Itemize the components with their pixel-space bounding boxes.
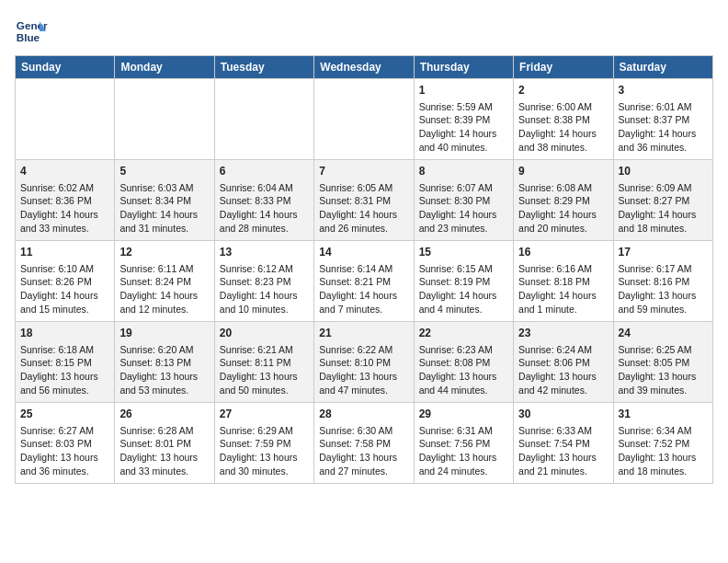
cell-info-line: Sunrise: 6:22 AM bbox=[319, 343, 408, 357]
cell-info-line: Sunrise: 6:08 AM bbox=[518, 181, 608, 195]
cell-info-line: Sunrise: 6:27 AM bbox=[20, 424, 109, 438]
calendar-cell: 31Sunrise: 6:34 AMSunset: 7:52 PMDayligh… bbox=[613, 403, 712, 484]
cell-info-line: Sunset: 8:18 PM bbox=[518, 275, 608, 289]
calendar-cell bbox=[16, 79, 115, 160]
calendar-cell: 14Sunrise: 6:14 AMSunset: 8:21 PMDayligh… bbox=[314, 241, 414, 322]
day-number: 27 bbox=[220, 407, 309, 422]
cell-info-line: Sunrise: 6:30 AM bbox=[319, 424, 408, 438]
cell-info-line: Sunset: 8:08 PM bbox=[419, 356, 508, 370]
cell-info-line: and 18 minutes. bbox=[619, 465, 708, 478]
cell-info-line: and 59 minutes. bbox=[619, 303, 708, 316]
cell-info-line: Daylight: 13 hours bbox=[319, 451, 408, 465]
calendar-cell: 27Sunrise: 6:29 AMSunset: 7:59 PMDayligh… bbox=[214, 403, 313, 484]
cell-info-line: Sunset: 8:37 PM bbox=[619, 113, 708, 127]
calendar-cell: 6Sunrise: 6:04 AMSunset: 8:33 PMDaylight… bbox=[214, 160, 313, 241]
logo: General Blue bbox=[15, 15, 51, 48]
cell-info-line: Sunset: 7:58 PM bbox=[319, 437, 408, 451]
cell-info-line: Sunrise: 6:29 AM bbox=[220, 424, 309, 438]
week-row-3: 11Sunrise: 6:10 AMSunset: 8:26 PMDayligh… bbox=[16, 241, 713, 322]
cell-info-line: Sunrise: 6:17 AM bbox=[619, 262, 708, 276]
cell-info-line: Sunrise: 6:12 AM bbox=[220, 262, 309, 276]
cell-info-line: Sunrise: 6:28 AM bbox=[119, 424, 209, 438]
week-row-1: 1Sunrise: 5:59 AMSunset: 8:39 PMDaylight… bbox=[16, 79, 713, 160]
calendar-cell: 18Sunrise: 6:18 AMSunset: 8:15 PMDayligh… bbox=[16, 322, 115, 403]
cell-info-line: Daylight: 13 hours bbox=[119, 370, 209, 384]
cell-info-line: Daylight: 13 hours bbox=[119, 451, 209, 465]
cell-info-line: Sunrise: 6:21 AM bbox=[220, 343, 309, 357]
cell-info-line: Sunset: 8:01 PM bbox=[119, 437, 209, 451]
cell-info-line: Daylight: 13 hours bbox=[518, 451, 608, 465]
cell-info-line: Sunset: 7:54 PM bbox=[518, 437, 608, 451]
cell-info-line: Daylight: 13 hours bbox=[319, 370, 408, 384]
day-number: 12 bbox=[119, 245, 209, 260]
cell-info-line: Sunset: 8:29 PM bbox=[518, 194, 608, 208]
cell-info-line: Sunset: 8:36 PM bbox=[20, 194, 109, 208]
cell-info-line: Sunrise: 6:11 AM bbox=[119, 262, 209, 276]
day-header-sunday: Sunday bbox=[16, 56, 115, 79]
cell-info-line: and 36 minutes. bbox=[619, 141, 708, 155]
day-number: 31 bbox=[619, 407, 708, 422]
day-number: 9 bbox=[518, 164, 608, 179]
cell-info-line: Sunset: 8:19 PM bbox=[419, 275, 508, 289]
day-number: 4 bbox=[20, 164, 109, 179]
cell-info-line: and 47 minutes. bbox=[319, 384, 408, 397]
day-number: 16 bbox=[518, 245, 608, 260]
day-number: 11 bbox=[20, 245, 109, 260]
cell-info-line: Daylight: 13 hours bbox=[619, 451, 708, 465]
cell-info-line: and 39 minutes. bbox=[619, 384, 708, 397]
cell-info-line: Daylight: 14 hours bbox=[20, 208, 109, 222]
day-number: 30 bbox=[518, 407, 608, 422]
day-header-wednesday: Wednesday bbox=[314, 56, 414, 79]
day-number: 18 bbox=[20, 326, 109, 341]
calendar-cell: 1Sunrise: 5:59 AMSunset: 8:39 PMDaylight… bbox=[414, 79, 513, 160]
calendar-cell: 16Sunrise: 6:16 AMSunset: 8:18 PMDayligh… bbox=[514, 241, 613, 322]
calendar-cell: 8Sunrise: 6:07 AMSunset: 8:30 PMDaylight… bbox=[414, 160, 513, 241]
cell-info-line: Daylight: 14 hours bbox=[518, 208, 608, 222]
day-header-tuesday: Tuesday bbox=[214, 56, 313, 79]
calendar-cell: 21Sunrise: 6:22 AMSunset: 8:10 PMDayligh… bbox=[314, 322, 414, 403]
cell-info-line: and 30 minutes. bbox=[220, 465, 309, 478]
cell-info-line: Sunrise: 6:34 AM bbox=[619, 424, 708, 438]
cell-info-line: and 27 minutes. bbox=[319, 465, 408, 478]
cell-info-line: and 15 minutes. bbox=[20, 303, 109, 316]
day-number: 8 bbox=[419, 164, 508, 179]
cell-info-line: and 21 minutes. bbox=[518, 465, 608, 478]
day-number: 26 bbox=[119, 407, 209, 422]
cell-info-line: Daylight: 13 hours bbox=[220, 370, 309, 384]
cell-info-line: Daylight: 13 hours bbox=[419, 370, 508, 384]
cell-info-line: Sunset: 7:52 PM bbox=[619, 437, 708, 451]
calendar-cell: 3Sunrise: 6:01 AMSunset: 8:37 PMDaylight… bbox=[613, 79, 712, 160]
cell-info-line: Sunset: 8:31 PM bbox=[319, 194, 408, 208]
cell-info-line: and 18 minutes. bbox=[619, 222, 708, 236]
cell-info-line: Daylight: 14 hours bbox=[619, 127, 708, 141]
cell-info-line: Sunset: 7:56 PM bbox=[419, 437, 508, 451]
cell-info-line: Sunset: 8:33 PM bbox=[220, 194, 309, 208]
cell-info-line: Daylight: 14 hours bbox=[20, 289, 109, 303]
cell-info-line: Sunrise: 6:18 AM bbox=[20, 343, 109, 357]
day-number: 28 bbox=[319, 407, 408, 422]
cell-info-line: Sunset: 8:03 PM bbox=[20, 437, 109, 451]
calendar-cell: 26Sunrise: 6:28 AMSunset: 8:01 PMDayligh… bbox=[115, 403, 214, 484]
day-number: 29 bbox=[419, 407, 508, 422]
day-number: 24 bbox=[619, 326, 708, 341]
cell-info-line: Sunrise: 6:33 AM bbox=[518, 424, 608, 438]
cell-info-line: Daylight: 13 hours bbox=[419, 451, 508, 465]
cell-info-line: and 28 minutes. bbox=[220, 222, 309, 236]
calendar-cell: 10Sunrise: 6:09 AMSunset: 8:27 PMDayligh… bbox=[613, 160, 712, 241]
cell-info-line: and 31 minutes. bbox=[119, 222, 209, 236]
day-number: 17 bbox=[619, 245, 708, 260]
day-number: 3 bbox=[619, 83, 708, 98]
cell-info-line: Sunrise: 6:07 AM bbox=[419, 181, 508, 195]
cell-info-line: Sunset: 8:13 PM bbox=[119, 356, 209, 370]
cell-info-line: and 42 minutes. bbox=[518, 384, 608, 397]
calendar-cell: 7Sunrise: 6:05 AMSunset: 8:31 PMDaylight… bbox=[314, 160, 414, 241]
svg-text:Blue: Blue bbox=[17, 31, 40, 43]
cell-info-line: and 12 minutes. bbox=[119, 303, 209, 316]
cell-info-line: and 40 minutes. bbox=[419, 141, 508, 155]
logo-icon: General Blue bbox=[15, 15, 48, 48]
cell-info-line: Sunset: 7:59 PM bbox=[220, 437, 309, 451]
cell-info-line: Sunrise: 6:02 AM bbox=[20, 181, 109, 195]
day-number: 1 bbox=[419, 83, 508, 98]
cell-info-line: Sunset: 8:24 PM bbox=[119, 275, 209, 289]
cell-info-line: Sunset: 8:34 PM bbox=[119, 194, 209, 208]
